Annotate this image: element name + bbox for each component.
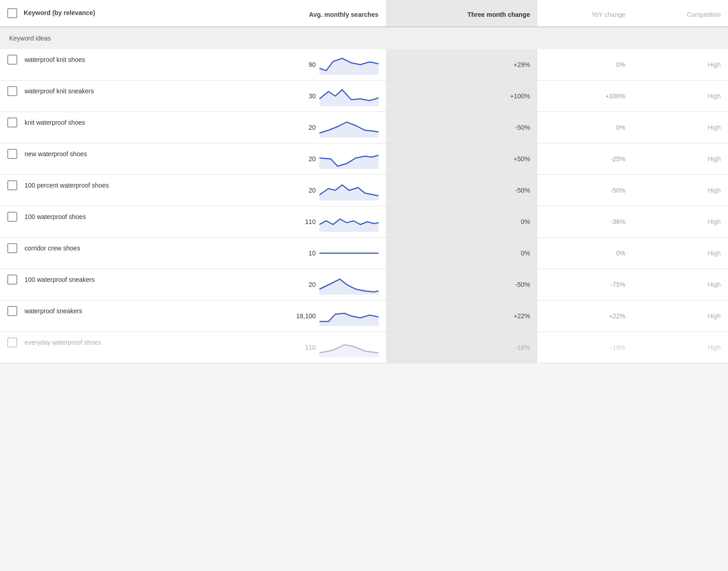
keyword-text: waterproof sneakers — [25, 307, 82, 315]
col-header-competition: Competition — [633, 0, 728, 27]
row-checkbox[interactable] — [7, 86, 17, 96]
sparkline-chart — [319, 117, 379, 138]
header-checkbox[interactable] — [7, 8, 17, 18]
sparkline-chart — [319, 149, 379, 169]
row-checkbox[interactable] — [7, 243, 17, 253]
avg-searches-cell: 20 — [196, 143, 386, 175]
three-month-cell: -50% — [386, 112, 537, 143]
avg-searches-cell: 20 — [196, 269, 386, 301]
sparkline-chart — [319, 180, 379, 200]
keyword-text: knit waterproof shoes — [25, 119, 85, 126]
keyword-cell: 100 waterproof sneakers — [0, 269, 196, 290]
section-header-row: Keyword ideas — [0, 27, 728, 49]
search-count: 30 — [308, 92, 316, 100]
keyword-cell: 100 waterproof shoes — [0, 206, 196, 227]
sparkline-chart — [319, 306, 379, 326]
svg-marker-0 — [319, 58, 379, 75]
row-checkbox[interactable] — [7, 212, 17, 222]
table-row: knit waterproof shoes 20 -50%0%High — [0, 112, 728, 143]
competition-cell: High — [633, 301, 728, 332]
table-row: waterproof knit sneakers 30 +100%+100%Hi… — [0, 81, 728, 112]
keyword-cell: 100 percent waterproof shoes — [0, 175, 196, 196]
yoy-change-cell: +100% — [537, 81, 633, 112]
table-row: 100 percent waterproof shoes 20 -50%-50%… — [0, 175, 728, 206]
three-month-cell: +50% — [386, 143, 537, 175]
row-checkbox[interactable] — [7, 55, 17, 65]
competition-cell: High — [633, 112, 728, 143]
keyword-text: waterproof knit shoes — [25, 56, 85, 63]
avg-searches-cell: 10 — [196, 238, 386, 269]
keyword-cell: waterproof knit sneakers — [0, 81, 196, 102]
search-count: 20 — [308, 124, 316, 131]
search-count: 90 — [308, 61, 316, 68]
col-header-yoy: YoY change — [537, 0, 633, 27]
competition-cell: High — [633, 143, 728, 175]
keyword-cell: waterproof knit shoes — [0, 49, 196, 70]
table-row: everyday waterproof shoes 110 -18%-18%Hi… — [0, 332, 728, 363]
sparkline-chart — [319, 55, 379, 75]
competition-cell: High — [633, 81, 728, 112]
yoy-change-cell: -50% — [537, 175, 633, 206]
keyword-cell: knit waterproof shoes — [0, 112, 196, 133]
yoy-change-cell: 0% — [537, 238, 633, 269]
col-header-keyword: Keyword (by relevance) — [0, 0, 196, 27]
keyword-cell: corridor crew shoes — [0, 238, 196, 259]
competition-cell: High — [633, 206, 728, 238]
table-row: waterproof sneakers 18,100 +22%+22%High — [0, 301, 728, 332]
competition-cell: High — [633, 332, 728, 363]
keyword-text: waterproof knit sneakers — [25, 87, 94, 95]
table-row: corridor crew shoes 10 0%0%High — [0, 238, 728, 269]
three-month-cell: +29% — [386, 49, 537, 81]
keyword-text: new waterproof shoes — [25, 150, 87, 158]
search-count: 20 — [308, 155, 316, 163]
keyword-cell: everyday waterproof shoes — [0, 332, 196, 353]
competition-cell: High — [633, 175, 728, 206]
table-row: 100 waterproof shoes 110 0%-36%High — [0, 206, 728, 238]
keyword-table-container: Keyword (by relevance) Avg. monthly sear… — [0, 0, 728, 363]
avg-searches-cell: 18,100 — [196, 301, 386, 332]
svg-marker-7 — [319, 279, 379, 295]
three-month-cell: -50% — [386, 269, 537, 301]
keyword-text: 100 percent waterproof shoes — [25, 182, 109, 189]
search-count: 20 — [308, 187, 316, 194]
search-count: 20 — [308, 281, 316, 288]
yoy-change-cell: -18% — [537, 332, 633, 363]
table-row: 100 waterproof sneakers 20 -50%-75%High — [0, 269, 728, 301]
row-checkbox[interactable] — [7, 275, 17, 285]
yoy-change-cell: +22% — [537, 301, 633, 332]
keyword-cell: waterproof sneakers — [0, 301, 196, 321]
row-checkbox[interactable] — [7, 117, 17, 127]
row-checkbox[interactable] — [7, 149, 17, 159]
competition-cell: High — [633, 238, 728, 269]
three-month-cell: -50% — [386, 175, 537, 206]
yoy-change-cell: -25% — [537, 143, 633, 175]
avg-searches-cell: 110 — [196, 332, 386, 363]
keyword-table: Keyword (by relevance) Avg. monthly sear… — [0, 0, 728, 363]
yoy-change-cell: 0% — [537, 112, 633, 143]
competition-cell: High — [633, 269, 728, 301]
col-header-three-month: Three month change — [386, 0, 537, 27]
search-count: 10 — [308, 250, 316, 257]
avg-searches-cell: 30 — [196, 81, 386, 112]
keyword-text: 100 waterproof shoes — [25, 213, 86, 220]
three-month-cell: 0% — [386, 206, 537, 238]
avg-searches-cell: 90 — [196, 49, 386, 81]
row-checkbox[interactable] — [7, 337, 17, 347]
svg-marker-5 — [319, 219, 379, 232]
sparkline-chart — [319, 212, 379, 232]
sparkline-chart — [319, 86, 379, 106]
row-checkbox[interactable] — [7, 180, 17, 190]
three-month-cell: 0% — [386, 238, 537, 269]
three-month-cell: +100% — [386, 81, 537, 112]
avg-searches-cell: 20 — [196, 112, 386, 143]
table-row: waterproof knit shoes 90 +29%0%High — [0, 49, 728, 81]
row-checkbox[interactable] — [7, 306, 17, 316]
avg-searches-cell: 110 — [196, 206, 386, 238]
three-month-cell: +22% — [386, 301, 537, 332]
yoy-change-cell: 0% — [537, 49, 633, 81]
search-count: 18,100 — [296, 312, 316, 320]
section-header-label: Keyword ideas — [0, 27, 728, 49]
yoy-change-cell: -75% — [537, 269, 633, 301]
keyword-text: corridor crew shoes — [25, 245, 80, 252]
keyword-text: everyday waterproof shoes — [25, 339, 101, 346]
